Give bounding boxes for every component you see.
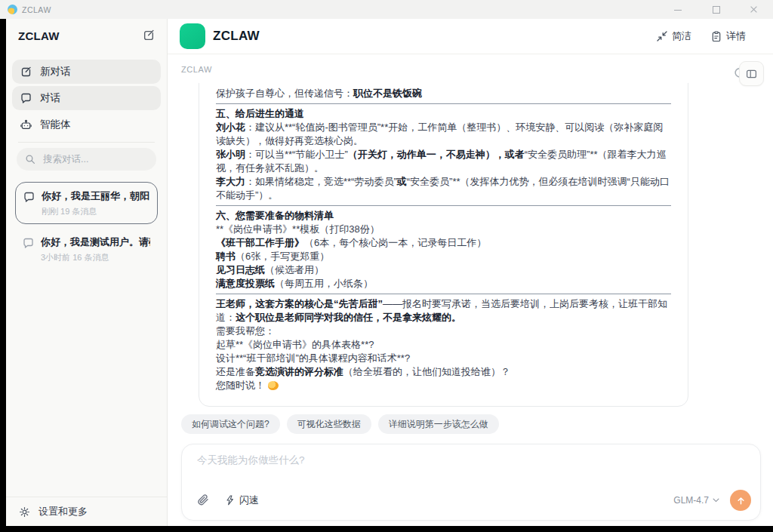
chat-title: 你好，我是测试用户。请确... [41,235,150,249]
composer: 闪速 GLM-4.7 [181,444,761,521]
detail-mode-label: 详情 [726,29,746,43]
muscle-emoji [268,381,279,390]
message-scroll-viewport[interactable]: 保护孩子自尊心，但传递信号：职位不是铁饭碗五、给后进生的通道刘小花：建议从**“… [199,83,688,411]
message-paragraph: 刘小花：建议从**“轮值岗-图书管理员”**开始，工作简单（整理书）、环境安静、… [216,121,671,148]
compact-mode-label: 简洁 [672,29,691,43]
chat-list: 你好，我是王丽华，朝阳区... 刚刚 19 条消息 你好，我是测试用户。请确..… [15,182,158,269]
minimize-icon[interactable] [672,4,684,16]
message-divider [216,205,671,206]
lightning-icon [225,495,235,506]
attachment-icon[interactable] [197,494,210,507]
send-button[interactable] [730,490,751,511]
message-paragraph: 聘书（6张，手写更郑重） [216,250,671,263]
main-header: ZCLAW 简洁 [168,19,773,54]
message-paragraph: 保护孩子自尊心，但传递信号：职位不是铁饭碗 [216,87,671,100]
model-name: GLM-4.7 [673,495,709,506]
message-paragraph: 需要我帮您： [216,324,671,338]
sidebar-brand: ZCLAW [18,29,60,42]
chat-bubble-icon [20,93,32,104]
message-paragraph: 六、您需要准备的物料清单 [216,209,671,223]
message-paragraph: 您随时说！ [216,379,671,392]
search-icon [25,154,35,165]
message-paragraph: 李大力：如果情绪稳定，竞选**“劳动委员”或“安全委员”**（发挥体力优势，但必… [216,175,671,202]
window-controls [672,4,765,16]
titlebar-app-title: ZCLAW [22,5,51,14]
sidebar-item-label: 智能体 [40,118,71,131]
message-divider [216,294,671,294]
sidebar-item-agents[interactable]: 智能体 [12,112,161,137]
brand-logo [180,23,205,49]
detail-mode-button[interactable]: 详情 [711,29,746,43]
conversation-area: ZCLAW 保护孩子自尊心，但传递信号：职位不是铁饭碗五、给后进生的通道刘小花：… [168,54,773,526]
sidebar-item-label: 对话 [40,91,60,105]
suggestion-chip[interactable]: 如何调试这个问题? [181,414,280,434]
message-paragraph: 满意度投票纸（每周五用，小纸条） [216,277,671,291]
new-chat-compose-icon[interactable] [143,29,155,42]
settings-label: 设置和更多 [38,505,88,518]
robot-icon [20,119,32,131]
message-paragraph: 还是准备竞选演讲的评分标准（给全班看的，让他们知道投给谁）？ [216,365,671,379]
sidebar: ZCLAW 新对话 [6,19,168,526]
suggestion-chip[interactable]: 详细说明第一步该怎么做 [378,414,499,434]
os-titlebar: ZCLAW [0,0,773,19]
app-icon [8,5,17,14]
chat-meta: 刚刚 19 条消息 [42,206,149,217]
chat-meta: 3小时前 16 条消息 [41,252,150,263]
chevron-down-icon [713,498,719,503]
chat-bubble-icon [23,238,34,263]
settings-and-more[interactable]: 设置和更多 [6,497,167,526]
sidebar-nav: 新对话 对话 [6,57,167,137]
message-input[interactable] [197,454,745,484]
search-input[interactable] [42,153,143,165]
message-paragraph: 起草**《岗位申请书》的具体表格**? [216,338,671,352]
flash-mode-label: 闪速 [239,494,259,507]
gear-icon [19,506,30,518]
chat-list-item[interactable]: 你好，我是测试用户。请确... 3小时前 16 条消息 [15,229,158,269]
message-paragraph: 五、给后进生的通道 [216,107,671,121]
sidebar-item-chats[interactable]: 对话 [12,86,161,110]
message-paragraph: 《班干部工作手册》（6本，每个核心岗一本，记录每日工作） [216,236,671,250]
message-paragraph: **《岗位申请书》**模板（打印38份） [216,223,671,236]
compact-mode-button[interactable]: 简洁 [657,29,691,43]
sidebar-divider [18,142,155,143]
sidebar-item-label: 新对话 [40,65,71,78]
sidebar-item-new-chat[interactable]: 新对话 [12,60,161,84]
maximize-icon[interactable] [710,4,722,16]
message-paragraph: 张小明：可以当**“节能小卫士”（开关灯，动作单一，不易走神），或者“安全委员助… [216,148,671,175]
message-divider [216,103,671,104]
assistant-message: 保护孩子自尊心，但传递信号：职位不是铁饭碗五、给后进生的通道刘小花：建议从**“… [199,83,688,407]
message-paragraph: 见习日志纸（候选者用） [216,263,671,277]
suggestion-chip[interactable]: 可视化这些数据 [287,414,371,434]
collapse-icon [657,31,667,42]
model-selector[interactable]: GLM-4.7 [673,495,719,506]
clipboard-icon [711,31,722,42]
message-paragraph: 王老师，这套方案的核心是“先苦后甜”——报名时要写承诺，当选后要培训，上岗后要考… [216,297,671,324]
close-icon[interactable] [747,4,759,16]
search-box[interactable] [17,148,156,171]
message-paragraph: 设计**“班干部培训”的具体课程内容和话术**? [216,352,671,365]
conversation-label: ZCLAW [181,65,212,74]
compose-icon [20,66,32,78]
chat-list-item[interactable]: 你好，我是王丽华，朝阳区... 刚刚 19 条消息 [15,182,158,224]
chat-title: 你好，我是王丽华，朝阳区... [42,189,149,203]
main-panel: ZCLAW 简洁 [168,19,773,526]
chat-bubble-icon [23,192,35,217]
flash-mode-button[interactable]: 闪速 [225,494,259,507]
app-window: ZCLAW 新对话 [6,19,773,526]
brand-wordmark: ZCLAW [213,29,260,44]
side-panel-toggle-icon[interactable] [739,61,764,86]
suggestion-chips: 如何调试这个问题? 可视化这些数据 详细说明第一步该怎么做 [181,414,499,434]
